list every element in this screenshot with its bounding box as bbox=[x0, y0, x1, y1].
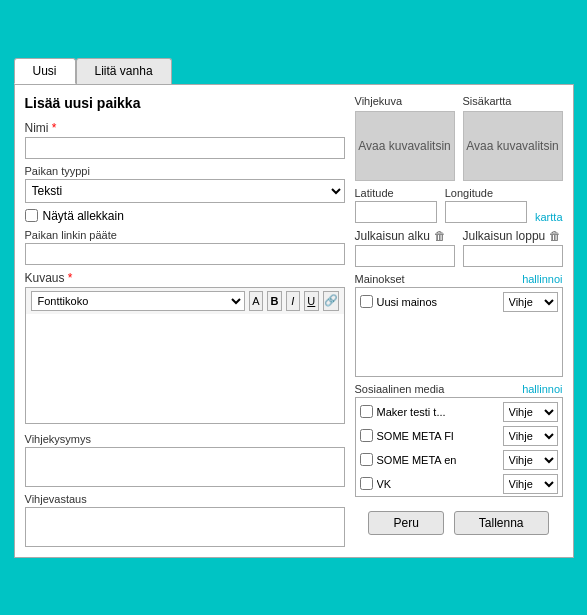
julkaisun-loppu-input[interactable] bbox=[463, 245, 563, 267]
julkaisun-loppu-label: Julkaisun loppu bbox=[463, 229, 546, 243]
tallenna-button[interactable]: Tallenna bbox=[454, 511, 549, 535]
mainokset-header: Mainokset hallinnoi bbox=[355, 273, 563, 285]
date-row: Julkaisun alku 🗑 Julkaisun loppu 🗑 bbox=[355, 229, 563, 267]
hallinnoi-some-link[interactable]: hallinnoi bbox=[522, 383, 562, 395]
left-panel: Lisää uusi paikka Nimi * Paikan tyyppi T… bbox=[25, 95, 345, 547]
vihjekysymys-container: Vihjekysymys bbox=[25, 433, 345, 487]
julkaisun-loppu-field: Julkaisun loppu 🗑 bbox=[463, 229, 563, 267]
list-item: VK Vihje bbox=[360, 474, 558, 494]
vihjevastaus-label: Vihjevastaus bbox=[25, 493, 345, 505]
list-item: SOME META FI Vihje bbox=[360, 426, 558, 446]
julkaisun-loppu-trash-icon[interactable]: 🗑 bbox=[549, 229, 561, 243]
hallinnoi-mainokset-link[interactable]: hallinnoi bbox=[522, 273, 562, 285]
some-list: Maker testi t... Vihje SOME META FI Vihj… bbox=[355, 397, 563, 497]
some-checkbox-3[interactable] bbox=[360, 477, 373, 490]
nimi-label: Nimi * bbox=[25, 121, 345, 135]
coord-row: Latitude Longitude kartta bbox=[355, 187, 563, 223]
toolbar-underline-button[interactable]: U bbox=[304, 291, 318, 311]
kuvaus-container: Kuvaus * Fonttikoko A B I U 🔗 bbox=[25, 271, 345, 427]
some-container: Sosiaalinen media hallinnoi Maker testi … bbox=[355, 383, 563, 497]
kuvaus-textarea[interactable] bbox=[25, 314, 345, 424]
vihjekuva-button[interactable]: Avaa kuvavalitsin bbox=[355, 111, 455, 181]
nayta-allekkain-checkbox[interactable] bbox=[25, 209, 38, 222]
list-item: SOME META en Vihje bbox=[360, 450, 558, 470]
dialog-title: Lisää uusi paikka bbox=[25, 95, 345, 111]
some-checkbox-2[interactable] bbox=[360, 453, 373, 466]
tab-liita-vanha[interactable]: Liitä vanha bbox=[76, 58, 172, 84]
some-label-3: VK bbox=[377, 478, 499, 490]
vihjekysymys-input[interactable] bbox=[25, 447, 345, 487]
tab-bar: Uusi Liitä vanha bbox=[14, 58, 574, 84]
tab-uusi[interactable]: Uusi bbox=[14, 58, 76, 84]
some-label-1: SOME META FI bbox=[377, 430, 499, 442]
some-select-2[interactable]: Vihje bbox=[503, 450, 558, 470]
mainokset-container: Mainokset hallinnoi Uusi mainos Vihje bbox=[355, 273, 563, 377]
sisakartta-button[interactable]: Avaa kuvavalitsin bbox=[463, 111, 563, 181]
some-select-3[interactable]: Vihje bbox=[503, 474, 558, 494]
some-checkbox-1[interactable] bbox=[360, 429, 373, 442]
some-select-0[interactable]: Vihje bbox=[503, 402, 558, 422]
longitude-field: Longitude bbox=[445, 187, 527, 223]
footer-buttons: Peru Tallenna bbox=[355, 511, 563, 535]
some-label-2: SOME META en bbox=[377, 454, 499, 466]
some-label-0: Maker testi t... bbox=[377, 406, 499, 418]
nayta-allekkain-row: Näytä allekkain bbox=[25, 209, 345, 223]
julkaisun-alku-input[interactable] bbox=[355, 245, 455, 267]
kartta-link[interactable]: kartta bbox=[535, 211, 563, 223]
list-item: Uusi mainos Vihje bbox=[360, 292, 558, 312]
some-checkbox-0[interactable] bbox=[360, 405, 373, 418]
toolbar-link-button[interactable]: 🔗 bbox=[323, 291, 339, 311]
nayta-allekkain-label: Näytä allekkain bbox=[43, 209, 124, 223]
some-header: Sosiaalinen media hallinnoi bbox=[355, 383, 563, 395]
sisakartta-label: Sisäkartta bbox=[463, 95, 563, 107]
paikan-linkin-paate-label: Paikan linkin pääte bbox=[25, 229, 345, 241]
list-item: Maker testi t... Vihje bbox=[360, 402, 558, 422]
sosiaalinen-media-label: Sosiaalinen media bbox=[355, 383, 445, 395]
nimi-input[interactable] bbox=[25, 137, 345, 159]
toolbar-italic-button[interactable]: I bbox=[286, 291, 300, 311]
paikan-tyyppi-select[interactable]: Teksti bbox=[25, 179, 345, 203]
paikan-tyyppi-label: Paikan tyyppi bbox=[25, 165, 345, 177]
mainos-checkbox-0[interactable] bbox=[360, 295, 373, 308]
paikan-linkin-paate-input[interactable] bbox=[25, 243, 345, 265]
toolbar-a-button[interactable]: A bbox=[249, 291, 263, 311]
mainokset-label: Mainokset bbox=[355, 273, 405, 285]
mainos-label-0: Uusi mainos bbox=[377, 296, 499, 308]
toolbar-bold-button[interactable]: B bbox=[267, 291, 281, 311]
paikan-tyyppi-container: Paikan tyyppi Teksti bbox=[25, 165, 345, 203]
julkaisun-alku-trash-icon[interactable]: 🗑 bbox=[434, 229, 446, 243]
some-select-1[interactable]: Vihje bbox=[503, 426, 558, 446]
font-size-select[interactable]: Fonttikoko bbox=[31, 291, 245, 311]
latitude-field: Latitude bbox=[355, 187, 437, 223]
mainos-select-0[interactable]: Vihje bbox=[503, 292, 558, 312]
paikan-linkin-paate-container: Paikan linkin pääte bbox=[25, 229, 345, 265]
vihjekysymys-label: Vihjekysymys bbox=[25, 433, 345, 445]
longitude-label: Longitude bbox=[445, 187, 527, 199]
mainokset-list: Uusi mainos Vihje bbox=[355, 287, 563, 377]
peru-button[interactable]: Peru bbox=[368, 511, 443, 535]
vihjevastaus-input[interactable] bbox=[25, 507, 345, 547]
image-row: Vihjekuva Avaa kuvavalitsin Sisäkartta A… bbox=[355, 95, 563, 181]
right-panel: Vihjekuva Avaa kuvavalitsin Sisäkartta A… bbox=[355, 95, 563, 547]
sisakartta-box: Sisäkartta Avaa kuvavalitsin bbox=[463, 95, 563, 181]
longitude-input[interactable] bbox=[445, 201, 527, 223]
vihjekuva-box: Vihjekuva Avaa kuvavalitsin bbox=[355, 95, 455, 181]
latitude-input[interactable] bbox=[355, 201, 437, 223]
julkaisun-alku-field: Julkaisun alku 🗑 bbox=[355, 229, 455, 267]
vihjevastaus-container: Vihjevastaus bbox=[25, 493, 345, 547]
latitude-label: Latitude bbox=[355, 187, 437, 199]
kuvaus-toolbar: Fonttikoko A B I U 🔗 bbox=[25, 287, 345, 314]
nimi-field-container: Nimi * bbox=[25, 121, 345, 159]
kuvaus-label: Kuvaus * bbox=[25, 271, 345, 285]
julkaisun-alku-label: Julkaisun alku bbox=[355, 229, 430, 243]
vihjekuva-label: Vihjekuva bbox=[355, 95, 455, 107]
